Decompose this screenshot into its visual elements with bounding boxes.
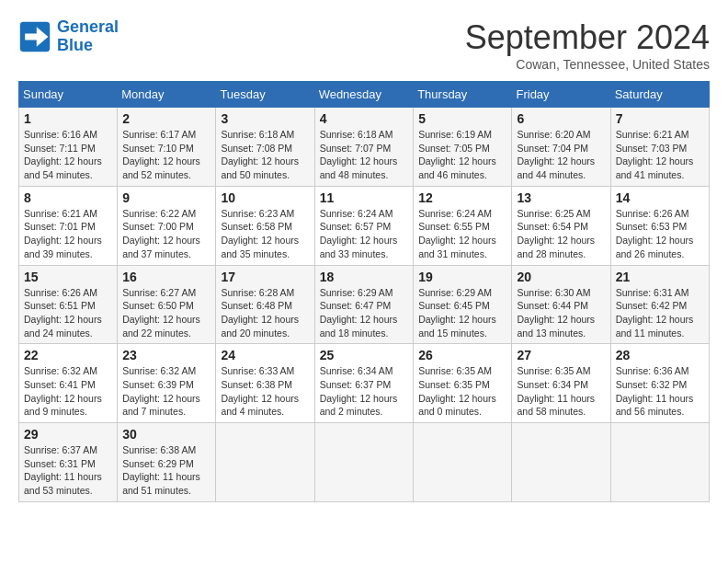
day-number: 12: [418, 190, 506, 205]
week-row-3: 15Sunrise: 6:26 AM Sunset: 6:51 PM Dayli…: [19, 265, 710, 344]
week-row-5: 29Sunrise: 6:37 AM Sunset: 6:31 PM Dayli…: [19, 423, 710, 502]
day-info: Sunrise: 6:29 AM Sunset: 6:47 PM Dayligh…: [320, 286, 409, 340]
header-day-thursday: Thursday: [414, 82, 512, 108]
day-number: 23: [122, 348, 210, 362]
day-number: 25: [320, 348, 409, 362]
day-info: Sunrise: 6:24 AM Sunset: 6:55 PM Dayligh…: [418, 207, 506, 261]
calendar-cell: 13Sunrise: 6:25 AM Sunset: 6:54 PM Dayli…: [512, 186, 610, 265]
day-info: Sunrise: 6:31 AM Sunset: 6:42 PM Dayligh…: [616, 286, 704, 340]
calendar-cell: 19Sunrise: 6:29 AM Sunset: 6:45 PM Dayli…: [414, 265, 512, 344]
calendar-cell: 12Sunrise: 6:24 AM Sunset: 6:55 PM Dayli…: [414, 186, 512, 265]
day-number: 29: [24, 427, 112, 442]
calendar-cell: 24Sunrise: 6:33 AM Sunset: 6:38 PM Dayli…: [216, 344, 314, 423]
logo-line2: Blue: [57, 36, 93, 54]
logo-icon: [18, 20, 51, 53]
calendar-cell: 21Sunrise: 6:31 AM Sunset: 6:42 PM Dayli…: [610, 265, 709, 344]
day-info: Sunrise: 6:18 AM Sunset: 7:08 PM Dayligh…: [221, 128, 309, 182]
week-row-4: 22Sunrise: 6:32 AM Sunset: 6:41 PM Dayli…: [19, 344, 710, 423]
header: General Blue September 2024 Cowan, Tenne…: [18, 18, 710, 72]
calendar-cell: 16Sunrise: 6:27 AM Sunset: 6:50 PM Dayli…: [118, 265, 216, 344]
day-info: Sunrise: 6:27 AM Sunset: 6:50 PM Dayligh…: [122, 286, 210, 340]
day-info: Sunrise: 6:20 AM Sunset: 7:04 PM Dayligh…: [517, 128, 605, 182]
calendar-cell: 1Sunrise: 6:16 AM Sunset: 7:11 PM Daylig…: [19, 108, 118, 187]
day-number: 2: [122, 111, 210, 126]
title-section: September 2024 Cowan, Tennessee, United …: [465, 18, 710, 72]
day-number: 16: [122, 270, 210, 284]
day-number: 5: [418, 111, 506, 126]
header-day-friday: Friday: [512, 82, 610, 108]
day-info: Sunrise: 6:18 AM Sunset: 7:07 PM Dayligh…: [320, 128, 409, 182]
day-info: Sunrise: 6:35 AM Sunset: 6:35 PM Dayligh…: [418, 364, 506, 419]
day-number: 21: [616, 270, 704, 284]
calendar-cell: 15Sunrise: 6:26 AM Sunset: 6:51 PM Dayli…: [19, 265, 118, 344]
location: Cowan, Tennessee, United States: [465, 57, 710, 72]
day-info: Sunrise: 6:21 AM Sunset: 7:03 PM Dayligh…: [616, 128, 704, 182]
day-info: Sunrise: 6:29 AM Sunset: 6:45 PM Dayligh…: [418, 286, 506, 340]
calendar-cell: 5Sunrise: 6:19 AM Sunset: 7:05 PM Daylig…: [414, 108, 512, 187]
day-info: Sunrise: 6:37 AM Sunset: 6:31 PM Dayligh…: [24, 443, 112, 498]
day-info: Sunrise: 6:32 AM Sunset: 6:41 PM Dayligh…: [24, 364, 112, 419]
day-number: 6: [517, 111, 605, 126]
day-info: Sunrise: 6:19 AM Sunset: 7:05 PM Dayligh…: [418, 128, 506, 182]
day-number: 8: [24, 190, 112, 205]
calendar-cell: 27Sunrise: 6:35 AM Sunset: 6:34 PM Dayli…: [512, 344, 610, 423]
month-title: September 2024: [465, 18, 710, 57]
calendar-header: SundayMondayTuesdayWednesdayThursdayFrid…: [19, 82, 710, 108]
day-info: Sunrise: 6:21 AM Sunset: 7:01 PM Dayligh…: [24, 207, 112, 261]
day-info: Sunrise: 6:30 AM Sunset: 6:44 PM Dayligh…: [517, 286, 605, 340]
day-number: 19: [418, 270, 506, 284]
day-number: 14: [616, 190, 704, 205]
day-info: Sunrise: 6:26 AM Sunset: 6:53 PM Dayligh…: [616, 207, 704, 261]
day-info: Sunrise: 6:16 AM Sunset: 7:11 PM Dayligh…: [24, 128, 112, 182]
header-row: SundayMondayTuesdayWednesdayThursdayFrid…: [19, 82, 710, 108]
day-number: 4: [320, 111, 409, 126]
day-info: Sunrise: 6:28 AM Sunset: 6:48 PM Dayligh…: [221, 286, 309, 340]
calendar-cell: 29Sunrise: 6:37 AM Sunset: 6:31 PM Dayli…: [19, 423, 118, 502]
calendar-cell: [414, 423, 512, 502]
header-day-tuesday: Tuesday: [216, 82, 314, 108]
header-day-monday: Monday: [118, 82, 216, 108]
calendar-cell: 26Sunrise: 6:35 AM Sunset: 6:35 PM Dayli…: [414, 344, 512, 423]
header-day-sunday: Sunday: [19, 82, 118, 108]
day-info: Sunrise: 6:22 AM Sunset: 7:00 PM Dayligh…: [122, 207, 210, 261]
calendar-cell: 7Sunrise: 6:21 AM Sunset: 7:03 PM Daylig…: [610, 108, 709, 187]
day-info: Sunrise: 6:36 AM Sunset: 6:32 PM Dayligh…: [616, 364, 704, 419]
day-info: Sunrise: 6:33 AM Sunset: 6:38 PM Dayligh…: [221, 364, 309, 419]
logo-line1: General: [57, 17, 119, 36]
logo-text: General Blue: [57, 18, 119, 55]
day-number: 28: [616, 348, 704, 362]
day-info: Sunrise: 6:17 AM Sunset: 7:10 PM Dayligh…: [122, 128, 210, 182]
calendar-cell: 25Sunrise: 6:34 AM Sunset: 6:37 PM Dayli…: [314, 344, 414, 423]
calendar-cell: 17Sunrise: 6:28 AM Sunset: 6:48 PM Dayli…: [216, 265, 314, 344]
calendar-cell: 18Sunrise: 6:29 AM Sunset: 6:47 PM Dayli…: [314, 265, 414, 344]
day-info: Sunrise: 6:25 AM Sunset: 6:54 PM Dayligh…: [517, 207, 605, 261]
day-number: 30: [122, 427, 210, 442]
day-info: Sunrise: 6:24 AM Sunset: 6:57 PM Dayligh…: [320, 207, 409, 261]
day-number: 1: [24, 111, 112, 126]
day-number: 13: [517, 190, 605, 205]
calendar-cell: 23Sunrise: 6:32 AM Sunset: 6:39 PM Dayli…: [118, 344, 216, 423]
calendar-cell: 9Sunrise: 6:22 AM Sunset: 7:00 PM Daylig…: [118, 186, 216, 265]
calendar-cell: [610, 423, 709, 502]
calendar-cell: 10Sunrise: 6:23 AM Sunset: 6:58 PM Dayli…: [216, 186, 314, 265]
calendar-body: 1Sunrise: 6:16 AM Sunset: 7:11 PM Daylig…: [19, 108, 710, 502]
day-number: 9: [122, 190, 210, 205]
day-number: 3: [221, 111, 309, 126]
day-info: Sunrise: 6:32 AM Sunset: 6:39 PM Dayligh…: [122, 364, 210, 419]
calendar-cell: 22Sunrise: 6:32 AM Sunset: 6:41 PM Dayli…: [19, 344, 118, 423]
calendar-cell: 4Sunrise: 6:18 AM Sunset: 7:07 PM Daylig…: [314, 108, 414, 187]
calendar-cell: 2Sunrise: 6:17 AM Sunset: 7:10 PM Daylig…: [118, 108, 216, 187]
day-number: 27: [517, 348, 605, 362]
calendar-cell: 30Sunrise: 6:38 AM Sunset: 6:29 PM Dayli…: [118, 423, 216, 502]
calendar-cell: 28Sunrise: 6:36 AM Sunset: 6:32 PM Dayli…: [610, 344, 709, 423]
day-number: 11: [320, 190, 409, 205]
calendar-cell: 8Sunrise: 6:21 AM Sunset: 7:01 PM Daylig…: [19, 186, 118, 265]
calendar-cell: [314, 423, 414, 502]
day-number: 26: [418, 348, 506, 362]
day-number: 20: [517, 270, 605, 284]
day-info: Sunrise: 6:38 AM Sunset: 6:29 PM Dayligh…: [122, 443, 210, 498]
day-number: 22: [24, 348, 112, 362]
day-info: Sunrise: 6:34 AM Sunset: 6:37 PM Dayligh…: [320, 364, 409, 419]
week-row-1: 1Sunrise: 6:16 AM Sunset: 7:11 PM Daylig…: [19, 108, 710, 187]
day-info: Sunrise: 6:35 AM Sunset: 6:34 PM Dayligh…: [517, 364, 605, 419]
